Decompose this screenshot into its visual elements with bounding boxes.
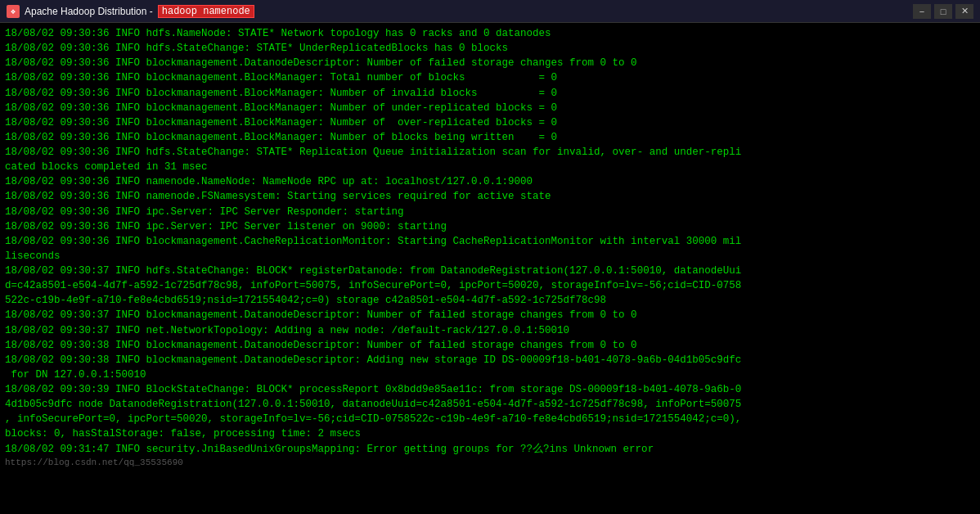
console-line: 18/08/02 09:30:36 INFO blockmanagement.B…	[5, 130, 975, 145]
console-output: 18/08/02 09:30:36 INFO hdfs.NameNode: ST…	[0, 23, 980, 514]
window-controls: − □ ✕	[913, 4, 973, 19]
console-line: 18/08/02 09:30:36 INFO hdfs.StateChange:…	[5, 145, 975, 160]
app-icon: ❖	[7, 5, 20, 18]
console-line: 18/08/02 09:30:36 INFO blockmanagement.B…	[5, 115, 975, 130]
maximize-button[interactable]: □	[934, 4, 952, 19]
console-line: liseconds	[5, 249, 975, 264]
console-line: 18/08/02 09:30:36 INFO ipc.Server: IPC S…	[5, 205, 975, 219]
console-line: 4d1b05c9dfc node DatanodeRegistration(12…	[5, 397, 975, 412]
watermark: https://blog.csdn.net/qq_35535690	[5, 457, 975, 470]
console-line: blocks: 0, hasStalStorage: false, proces…	[5, 426, 975, 441]
console-line: 18/08/02 09:30:37 INFO blockmanagement.D…	[5, 308, 975, 322]
console-line: 18/08/02 09:30:36 INFO blockmanagement.B…	[5, 70, 975, 85]
console-line: 18/08/02 09:30:37 INFO hdfs.StateChange:…	[5, 264, 975, 278]
minimize-button[interactable]: −	[913, 4, 931, 19]
console-line: 18/08/02 09:30:39 INFO BlockStateChange:…	[5, 382, 975, 397]
console-line: 18/08/02 09:30:38 INFO blockmanagement.D…	[5, 338, 975, 353]
title-bar: ❖ Apache Hadoop Distribution - hadoop na…	[0, 0, 980, 23]
close-button[interactable]: ✕	[955, 4, 973, 19]
console-line: , infoSecurePort=0, ipcPort=50020, stora…	[5, 412, 975, 426]
console-line: 18/08/02 09:30:36 INFO ipc.Server: IPC S…	[5, 219, 975, 234]
console-line: d=c42a8501-e504-4d7f-a592-1c725df78c98, …	[5, 278, 975, 293]
terminal-window: ❖ Apache Hadoop Distribution - hadoop na…	[0, 0, 980, 514]
console-line: 18/08/02 09:30:36 INFO blockmanagement.B…	[5, 101, 975, 115]
console-line: 522c-c19b-4e9f-a710-fe8e4cbd6519;nsid=17…	[5, 293, 975, 308]
title-command: hadoop namenode	[158, 5, 254, 18]
console-line: for DN 127.0.0.1:50010	[5, 367, 975, 382]
console-line: 18/08/02 09:30:36 INFO blockmanagement.D…	[5, 56, 975, 70]
console-line: 18/08/02 09:30:36 INFO blockmanagement.C…	[5, 234, 975, 249]
console-line: cated blocks completed in 31 msec	[5, 160, 975, 174]
console-line: 18/08/02 09:30:36 INFO blockmanagement.B…	[5, 86, 975, 101]
console-line: 18/08/02 09:31:47 INFO security.JniBased…	[5, 442, 975, 457]
console-line: 18/08/02 09:30:36 INFO hdfs.NameNode: ST…	[5, 26, 975, 41]
console-line: 18/08/02 09:30:36 INFO namenode.NameNode…	[5, 174, 975, 189]
title-prefix: Apache Hadoop Distribution -	[25, 6, 153, 17]
console-line: 18/08/02 09:30:38 INFO blockmanagement.D…	[5, 353, 975, 367]
console-line: 18/08/02 09:30:37 INFO net.NetworkTopolo…	[5, 323, 975, 338]
console-line: 18/08/02 09:30:36 INFO hdfs.StateChange:…	[5, 41, 975, 56]
console-line: 18/08/02 09:30:36 INFO namenode.FSNamesy…	[5, 189, 975, 204]
